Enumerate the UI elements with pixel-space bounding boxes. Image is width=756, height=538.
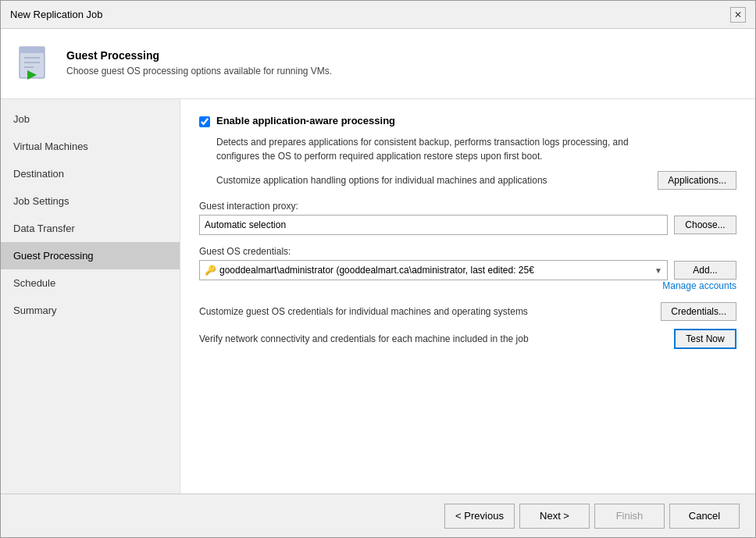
proxy-input[interactable] bbox=[199, 215, 668, 235]
next-button[interactable]: Next > bbox=[519, 504, 590, 529]
proxy-label: Guest interaction proxy: bbox=[199, 201, 736, 212]
customize-credentials-text: Customize guest OS credentials for indiv… bbox=[199, 306, 661, 317]
header-area: Guest Processing Choose guest OS process… bbox=[1, 29, 755, 99]
header-text: Guest Processing Choose guest OS process… bbox=[66, 49, 332, 78]
customize-credentials-row: Customize guest OS credentials for indiv… bbox=[199, 302, 736, 321]
enable-checkbox-row: Enable application-aware processing bbox=[199, 115, 736, 127]
credentials-label: Guest OS credentials: bbox=[199, 246, 736, 257]
header-icon bbox=[16, 45, 54, 83]
close-button[interactable]: ✕ bbox=[730, 7, 746, 23]
applications-button[interactable]: Applications... bbox=[658, 171, 736, 190]
sidebar-item-destination[interactable]: Destination bbox=[1, 160, 180, 187]
description-text: Detects and prepares applications for co… bbox=[216, 135, 736, 163]
main-panel: Enable application-aware processing Dete… bbox=[180, 99, 755, 493]
choose-button[interactable]: Choose... bbox=[674, 216, 736, 234]
dropdown-arrow-icon: ▼ bbox=[654, 266, 662, 275]
customize-apps-text: Customize application handling options f… bbox=[216, 175, 651, 186]
sidebar-item-data-transfer[interactable]: Data Transfer bbox=[1, 215, 180, 242]
credentials-dropdown[interactable]: 🔑gooddealmart\administrator (gooddealmar… bbox=[199, 260, 668, 280]
customize-apps-row: Customize application handling options f… bbox=[216, 171, 736, 190]
previous-button[interactable]: < Previous bbox=[444, 504, 515, 529]
test-now-button[interactable]: Test Now bbox=[674, 329, 736, 349]
sidebar-item-guest-processing[interactable]: Guest Processing bbox=[1, 242, 180, 269]
header-title: Guest Processing bbox=[66, 49, 332, 62]
svg-rect-1 bbox=[20, 47, 45, 53]
sidebar: Job Virtual Machines Destination Job Set… bbox=[1, 99, 180, 493]
dialog-window: New Replication Job ✕ Guest Processing C… bbox=[0, 0, 756, 538]
enable-checkbox-label[interactable]: Enable application-aware processing bbox=[216, 115, 395, 126]
enable-checkbox[interactable] bbox=[199, 116, 210, 127]
window-title: New Replication Job bbox=[10, 9, 103, 20]
footer: < Previous Next > Finish Cancel bbox=[1, 493, 755, 537]
proxy-field-group: Guest interaction proxy: Choose... bbox=[199, 201, 736, 235]
proxy-input-row: Choose... bbox=[199, 215, 736, 235]
sidebar-item-job[interactable]: Job bbox=[1, 105, 180, 133]
credentials-button[interactable]: Credentials... bbox=[661, 302, 736, 321]
credentials-input-row: 🔑gooddealmart\administrator (gooddealmar… bbox=[199, 260, 736, 280]
header-description: Choose guest OS processing options avail… bbox=[66, 65, 332, 78]
verify-row: Verify network connectivity and credenti… bbox=[199, 329, 736, 349]
verify-text: Verify network connectivity and credenti… bbox=[199, 333, 674, 344]
cancel-button[interactable]: Cancel bbox=[669, 504, 740, 529]
title-bar: New Replication Job ✕ bbox=[1, 1, 755, 29]
sidebar-item-job-settings[interactable]: Job Settings bbox=[1, 187, 180, 215]
content-area: Job Virtual Machines Destination Job Set… bbox=[1, 99, 755, 493]
sidebar-item-summary[interactable]: Summary bbox=[1, 297, 180, 324]
add-button[interactable]: Add... bbox=[674, 261, 736, 280]
finish-button[interactable]: Finish bbox=[594, 504, 665, 529]
manage-accounts-link[interactable]: Manage accounts bbox=[199, 280, 736, 291]
key-icon: 🔑 bbox=[205, 265, 216, 276]
sidebar-item-schedule[interactable]: Schedule bbox=[1, 269, 180, 297]
credentials-field-group: Guest OS credentials: 🔑gooddealmart\admi… bbox=[199, 246, 736, 291]
sidebar-item-virtual-machines[interactable]: Virtual Machines bbox=[1, 133, 180, 160]
